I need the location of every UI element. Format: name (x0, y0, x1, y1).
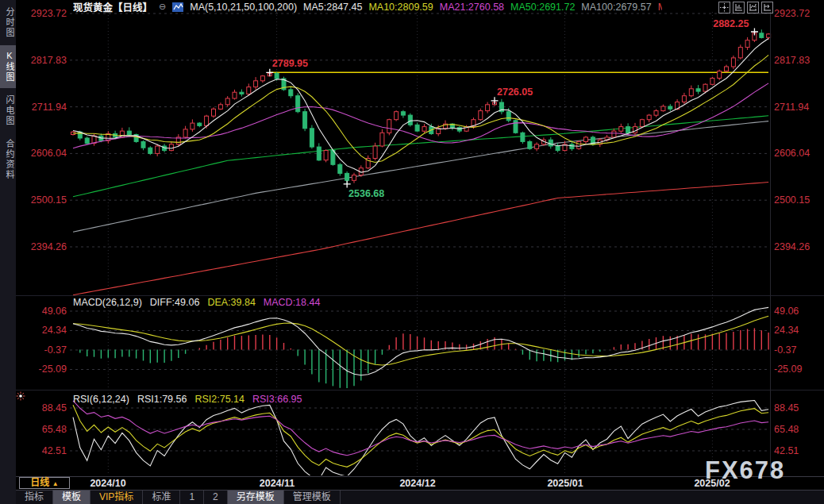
toolbar-tab-7[interactable]: 另存模板 (228, 491, 284, 504)
price-annotation: 2789.95 (272, 58, 308, 69)
price-tick-right: 2394.26 (774, 241, 810, 252)
price-tick-left: 2500.15 (17, 194, 67, 206)
chart-toolbar-icons (718, 2, 773, 13)
price-tick-left: 2711.94 (17, 102, 67, 113)
rsi-header: RSI(6,12,24) RSI1:79.56 RSI2:75.14 RSI3:… (73, 394, 302, 405)
sidebar-tab-4[interactable]: 合约资料 (0, 133, 16, 186)
sidebar-tab-1[interactable]: 分时图 (0, 2, 16, 44)
macd-header: MACD(26,12,9) DIFF:49.06 DEA:39.84 MACD:… (73, 297, 320, 308)
xaxis-month-label: 2024/10 (90, 478, 125, 489)
macd-tick-right: 49.06 (774, 306, 799, 317)
toolbar-tab-2[interactable]: 模板 (53, 491, 90, 504)
period-selector[interactable]: 日线 ▲ (19, 477, 70, 489)
chart-type-icon[interactable] (172, 2, 183, 12)
rsi-tick-right: 42.51 (774, 445, 799, 456)
rsi3-value: RSI3:66.95 (252, 394, 302, 405)
xaxis-month-label: 2024/12 (399, 478, 435, 489)
macd-tick-right: -25.09 (774, 364, 802, 375)
rsi-tick-left: 88.45 (17, 402, 67, 414)
chart-canvas[interactable]: 2789.952882.252726.052536.68 (0, 0, 824, 504)
price-tick-left: 2817.83 (17, 55, 67, 66)
divider (16, 390, 824, 391)
xaxis-month-label: 2025/01 (547, 478, 583, 489)
sidebar: 分时图K线图闪电图合约资料 (0, 0, 16, 504)
macd-tick-left: 49.06 (17, 306, 67, 317)
price-tick-right: 2817.83 (774, 55, 810, 66)
price-tick-right: 2500.15 (774, 194, 810, 206)
toolbar-tab-3[interactable]: VIP指标 (90, 491, 143, 504)
divider (16, 295, 824, 296)
xaxis-month-label: 2024/11 (260, 478, 295, 489)
rsi1-value: RSI1:79.56 (137, 394, 187, 405)
ma-legend-value-4: MA50:2691.72 (510, 2, 575, 13)
price-tick-right: 2606.04 (774, 148, 810, 159)
macd-dea-value: DEA:39.84 (207, 297, 255, 308)
sidebar-tab-3[interactable]: 闪电图 (0, 90, 16, 132)
price-annotation: 2882.25 (713, 18, 749, 29)
price-tick-right: 2923.72 (774, 8, 810, 19)
macd-tick-left: -0.37 (17, 344, 67, 356)
axis-left-icon[interactable] (733, 2, 745, 13)
axis-divider (770, 12, 771, 475)
price-tick-left: 2394.26 (17, 241, 67, 252)
macd-tick-left: 24.34 (17, 325, 67, 336)
period-label: 日线 (30, 477, 49, 488)
sidebar-tab-2[interactable]: K线图 (0, 45, 16, 88)
price-tick-left: 2923.72 (17, 8, 67, 19)
toolbar-tab-5[interactable]: 1 (180, 491, 204, 504)
axis-right-icon[interactable] (761, 2, 773, 13)
trading-app: 2789.952882.252726.052536.68 分时图K线图闪电图合约… (0, 0, 824, 504)
ma-legend-value-6: MA (658, 2, 662, 13)
watermark: FX678 (705, 456, 785, 485)
toolbar-tab-1[interactable]: 指标 (16, 491, 53, 504)
price-tick-right: 2711.94 (774, 102, 809, 113)
period-arrow-icon: ▲ (52, 480, 59, 487)
price-annotation: 2726.05 (497, 87, 533, 98)
rsi-tick-left: 42.51 (17, 445, 67, 456)
rsi-tick-right: 65.48 (774, 424, 799, 435)
pan-icon[interactable] (718, 2, 730, 13)
rsi-tick-left: 65.48 (17, 424, 67, 435)
ma-legend-value-2: MA10:2809.59 (368, 2, 433, 13)
axis-both-icon[interactable] (747, 2, 759, 13)
instrument-title: 现货黄金【日线】 (73, 1, 152, 13)
ma-params-label: MA(5,10,21,50,100,200) (190, 2, 297, 13)
chart-header: 现货黄金【日线】 ⊖ MA(5,10,21,50,100,200) MA5:28… (73, 1, 662, 13)
price-tick-left: 2606.04 (17, 148, 67, 159)
ma-legend-value-1: MA5:2847.45 (303, 2, 362, 13)
divider (16, 476, 824, 477)
ma-values: MA5:2847.45MA10:2809.59MA21:2760.58MA50:… (303, 2, 662, 13)
rsi2-value: RSI2:75.14 (194, 394, 245, 405)
macd-tick-left: -25.09 (17, 364, 67, 375)
macd-diff-value: DIFF:49.06 (150, 297, 200, 308)
toolbar-tab-4[interactable]: 标准 (143, 491, 180, 504)
macd-title: MACD(26,12,9) (73, 297, 142, 308)
collapse-icon[interactable]: ⊖ (159, 2, 166, 12)
macd-tick-right: 24.34 (774, 325, 799, 336)
price-annotation: 2536.68 (348, 188, 384, 199)
macd-tick-right: -0.37 (774, 344, 797, 356)
toolbar-tab-6[interactable]: 2 (204, 491, 228, 504)
macd-value: MACD:18.44 (264, 297, 321, 308)
ma-legend-value-3: MA21:2760.58 (440, 2, 504, 13)
rsi-tick-right: 88.45 (774, 402, 799, 414)
bottom-toolbar: 指标模板VIP指标标准12另存模板管理模板 (16, 490, 824, 504)
toolbar-tab-8[interactable]: 管理模板 (284, 491, 341, 504)
rsi-title: RSI(6,12,24) (73, 394, 129, 405)
ma-legend-value-5: MA100:2679.57 (581, 2, 651, 13)
indicator-settings-icon[interactable] (16, 390, 25, 404)
